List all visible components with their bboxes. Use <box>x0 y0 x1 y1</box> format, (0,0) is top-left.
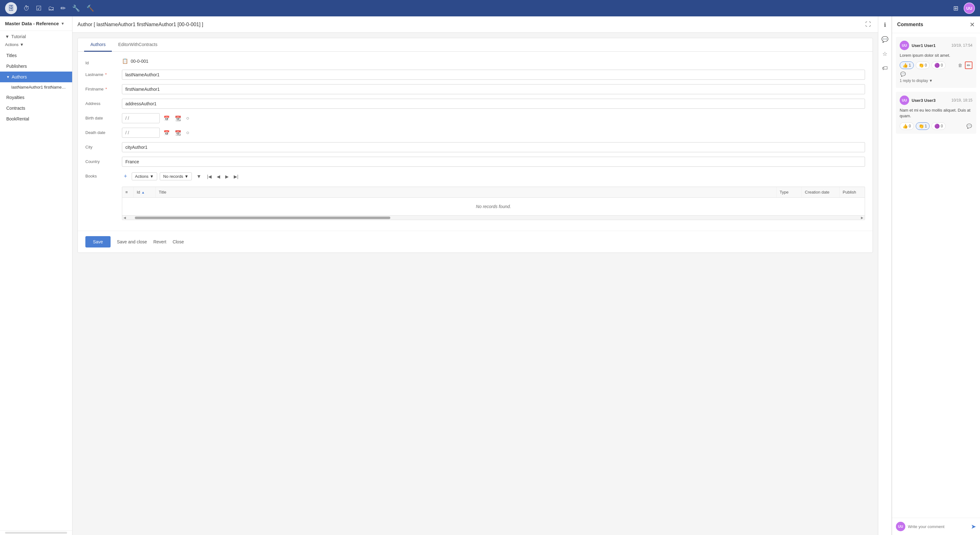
books-actions-btn[interactable]: Actions ▼ <box>132 172 158 180</box>
content-header: Author [ lastNameAuthor1 firstNameAuthor… <box>72 16 878 33</box>
info-icon[interactable]: ℹ <box>883 20 888 30</box>
sidebar-tutorial-section[interactable]: ▼ Tutorial <box>0 31 72 40</box>
books-filter-btn[interactable]: ▼ <box>194 173 203 180</box>
sidebar-item-contracts[interactable]: Contracts <box>0 103 72 113</box>
address-input[interactable] <box>122 99 865 109</box>
books-col-date[interactable]: Creation date <box>802 187 840 197</box>
save-button[interactable]: Save <box>85 236 111 248</box>
books-col-type[interactable]: Type <box>776 187 802 197</box>
books-col-title[interactable]: Title <box>156 187 776 197</box>
birthdate-input[interactable] <box>122 113 160 123</box>
comments-title: Comments <box>897 22 923 27</box>
database-icon[interactable]: 🗄 <box>5 2 17 14</box>
comments-close-btn[interactable]: ✕ <box>970 21 975 29</box>
reaction-like-2[interactable]: 👍 0 <box>900 122 914 130</box>
books-col-id[interactable]: Id ▲ <box>134 187 156 197</box>
deathdate-clear-btn[interactable]: ○ <box>185 129 191 137</box>
sidebar-actions-btn[interactable]: Actions ▼ <box>0 40 72 50</box>
comment-replies-1[interactable]: 1 reply to display ▼ <box>900 77 933 84</box>
tabs-bar: Authors EditorWithContracts <box>78 38 873 52</box>
deathdate-calendar2-btn[interactable]: 📆 <box>173 129 182 137</box>
comments-panel: Comments ✕ UU User1 User1 10/19, 17:54 L… <box>892 16 980 535</box>
sidebar-item-titles[interactable]: Titles <box>0 50 72 61</box>
edit-check-icon[interactable]: ✏ <box>60 5 66 12</box>
star-icon[interactable]: ☆ <box>881 49 889 59</box>
comment-input-field[interactable] <box>908 524 968 529</box>
comment-send-btn[interactable]: ➤ <box>971 523 976 530</box>
birthdate-calendar-btn[interactable]: 📅 <box>162 114 171 123</box>
clock-icon[interactable]: ⏱ <box>23 5 30 12</box>
user-avatar-btn[interactable]: UU <box>964 3 975 14</box>
field-birthdate-label: Birth date <box>85 113 117 120</box>
field-address-wrapper <box>122 99 865 109</box>
sidebar-header[interactable]: Master Data - Reference ▼ <box>0 16 72 31</box>
expand-btn[interactable]: ⛶ <box>864 19 873 30</box>
sidebar-scrollbar[interactable] <box>5 532 67 534</box>
books-next-btn[interactable]: ▶ <box>224 173 230 180</box>
reaction-clap-1[interactable]: 👏 0 <box>916 61 930 69</box>
sidebar-item-bookrental[interactable]: BookRental <box>0 113 72 124</box>
books-records-btn[interactable]: No records ▼ <box>160 172 192 180</box>
sidebar-item-publishers[interactable]: Publishers <box>0 61 72 72</box>
city-input[interactable] <box>122 142 865 152</box>
tool-icon[interactable]: 🔨 <box>86 5 94 12</box>
id-text: 00-0-001 <box>131 59 148 64</box>
books-first-btn[interactable]: |◀ <box>206 173 213 180</box>
tag-icon[interactable]: 🏷 <box>881 64 889 73</box>
layers-icon[interactable]: 🗂 <box>48 5 54 12</box>
field-city-row: City <box>85 142 865 152</box>
books-scroll-left[interactable]: ◀ <box>122 216 127 219</box>
tab-authors[interactable]: Authors <box>84 38 112 52</box>
comment-reply-btn-1[interactable]: 💬 <box>900 71 906 77</box>
field-books-row: Books + Actions ▼ No records <box>85 171 865 220</box>
comment-icon[interactable]: 💬 <box>880 35 889 44</box>
sidebar: Master Data - Reference ▼ ▼ Tutorial Act… <box>0 16 72 535</box>
sidebar-item-royalties[interactable]: Royalties <box>0 92 72 103</box>
grid-icon[interactable]: ⊞ <box>953 5 959 12</box>
field-firstname-row: Firstname * <box>85 84 865 94</box>
tab-editorwithcontracts[interactable]: EditorWithContracts <box>112 38 164 52</box>
firstname-required: * <box>105 87 107 91</box>
books-scroll-right[interactable]: ▶ <box>860 216 865 219</box>
books-actions-arrow: ▼ <box>150 174 154 179</box>
books-table: ≡ Id ▲ Title Type <box>122 187 865 220</box>
books-col-publish[interactable]: Publish <box>840 187 865 197</box>
lastname-input[interactable] <box>122 70 865 80</box>
sidebar-item-authors[interactable]: ▼ Authors <box>0 72 72 82</box>
close-button[interactable]: Close <box>173 238 184 246</box>
deathdate-calendar-btn[interactable]: 📅 <box>162 129 171 137</box>
revert-button[interactable]: Revert <box>153 238 166 246</box>
books-add-btn[interactable]: + <box>122 172 129 180</box>
books-scrollbar-track[interactable] <box>129 217 858 219</box>
comment-delete-btn-1[interactable]: 🗑 <box>957 62 963 69</box>
id-copy-icon[interactable]: 📋 <box>122 58 128 64</box>
books-scrollbar-row: ◀ ▶ <box>122 215 865 220</box>
reaction-like-1[interactable]: 👍 1 <box>900 61 914 69</box>
deathdate-input[interactable] <box>122 128 160 138</box>
comment-reply-icon-2[interactable]: 💬 <box>966 123 972 129</box>
firstname-input[interactable] <box>122 84 865 94</box>
birthdate-clear-btn[interactable]: ○ <box>185 114 191 122</box>
form-card: Authors EditorWithContracts Id 📋 00-0-00… <box>78 38 873 253</box>
books-last-btn[interactable]: ▶| <box>232 173 240 180</box>
sidebar-tutorial-arrow: ▼ <box>5 34 10 39</box>
sidebar-sub-item-author1[interactable]: lastNameAuthor1 firstNameAuthor1 [0... <box>0 82 72 92</box>
save-close-button[interactable]: Save and close <box>117 238 147 246</box>
comment-reactions-2: 👍 0 👏 1 🟣 0 💬 <box>900 122 972 130</box>
comment-header-1: UU User1 User1 10/19, 17:54 <box>900 41 972 50</box>
like-icon: 👍 <box>902 63 908 68</box>
wrench-icon[interactable]: 🔧 <box>72 5 80 12</box>
comment-text-1: Lorem ipsum dolor sit amet. <box>900 53 972 58</box>
sidebar-bookrental-label: BookRental <box>6 117 29 121</box>
comment-edit-btn-1[interactable]: ✏ <box>965 61 972 69</box>
reaction-clap-2[interactable]: 👏 1 <box>916 122 930 130</box>
books-prev-btn[interactable]: ◀ <box>215 173 221 180</box>
right-icons-panel: ℹ 💬 ☆ 🏷 <box>878 16 892 535</box>
field-books-wrapper: + Actions ▼ No records ▼ ▼ | <box>122 171 865 220</box>
birthdate-calendar2-btn[interactable]: 📆 <box>173 114 182 123</box>
check-tasks-icon[interactable]: ☑ <box>36 5 41 12</box>
books-actions-label: Actions <box>135 174 149 179</box>
reaction-emoji-1[interactable]: 🟣 0 <box>931 61 946 69</box>
country-input[interactable] <box>122 157 865 167</box>
reaction-emoji-2[interactable]: 🟣 0 <box>931 122 946 130</box>
